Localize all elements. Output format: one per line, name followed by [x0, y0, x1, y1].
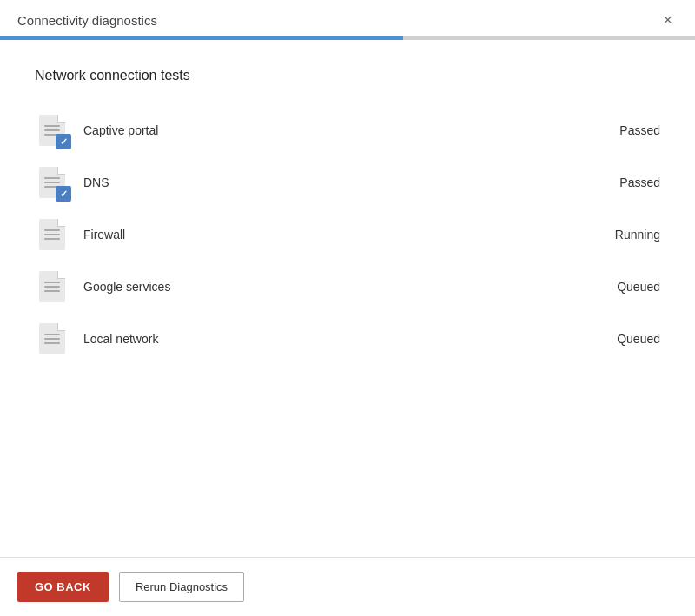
test-list: Captive portalPassedDNSPassedFirewallRun…: [35, 104, 660, 365]
test-status: Passed: [582, 176, 660, 189]
dialog-header: Connectivity diagnostics ×: [0, 0, 695, 36]
test-icon: [35, 217, 70, 252]
test-name: Google services: [83, 280, 582, 294]
test-item: FirewallRunning: [35, 209, 660, 261]
test-name: Firewall: [83, 228, 582, 242]
test-status: Queued: [582, 280, 660, 294]
document-icon: [39, 323, 65, 354]
test-name: DNS: [83, 176, 582, 189]
check-overlay-icon: [56, 134, 71, 149]
connectivity-diagnostics-dialog: Connectivity diagnostics × Network conne…: [0, 0, 695, 616]
test-name: Captive portal: [83, 123, 582, 137]
test-item: Captive portalPassed: [35, 104, 660, 156]
test-status: Queued: [582, 332, 660, 346]
dialog-footer: GO BACK Rerun Diagnostics: [0, 557, 695, 616]
close-button[interactable]: ×: [658, 10, 678, 30]
rerun-diagnostics-button[interactable]: Rerun Diagnostics: [119, 572, 244, 602]
test-icon: [35, 165, 70, 200]
test-item: Local networkQueued: [35, 313, 660, 365]
check-overlay-icon: [56, 186, 71, 202]
go-back-button[interactable]: GO BACK: [17, 572, 109, 602]
document-icon: [39, 271, 65, 302]
dialog-title: Connectivity diagnostics: [17, 13, 157, 28]
test-icon: [35, 113, 70, 148]
section-title: Network connection tests: [35, 68, 660, 83]
dialog-body: Network connection tests Captive portalP…: [0, 40, 695, 557]
document-icon: [39, 219, 65, 250]
test-item: Google servicesQueued: [35, 261, 660, 313]
test-status: Running: [582, 228, 660, 242]
test-item: DNSPassed: [35, 156, 660, 209]
test-icon: [35, 321, 70, 356]
test-name: Local network: [83, 332, 582, 346]
test-icon: [35, 269, 70, 304]
test-status: Passed: [582, 123, 660, 137]
